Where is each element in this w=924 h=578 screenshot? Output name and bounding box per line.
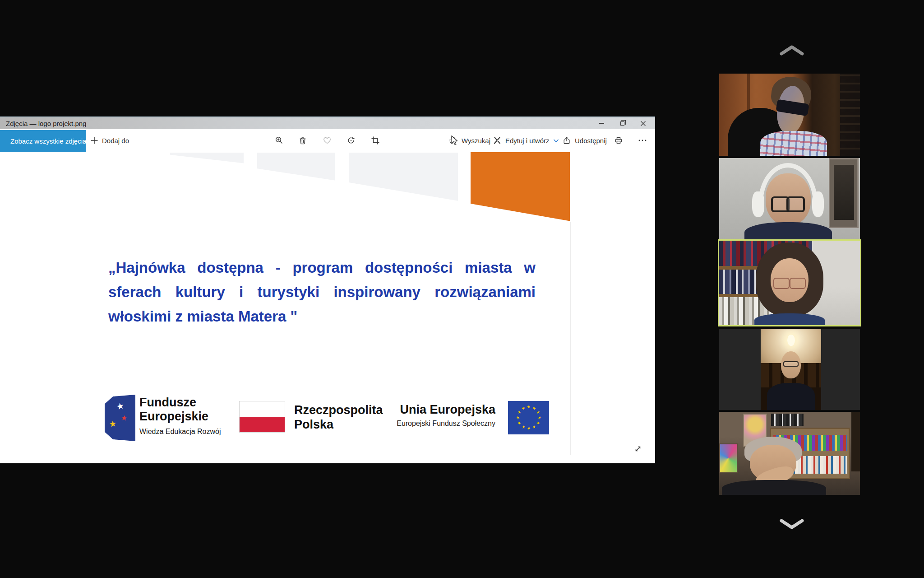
share-icon [562,136,571,145]
slide-title-line-2: sferach kultury i turystyki inspirowany … [108,280,536,304]
rotate-icon [346,136,356,145]
eyeglasses [783,361,799,367]
gray-haired-man [728,437,821,495]
navy-sweater-torso [744,222,832,239]
eyeglasses [773,278,805,287]
fe-star-red-icon [120,414,128,422]
edit-create-button[interactable]: Edytuj i utwórz [493,129,559,152]
blue-top-torso [754,313,825,326]
rotate-button[interactable] [343,129,359,152]
search-label: Wyszukaj [462,137,490,144]
person-with-sunglasses [762,77,823,156]
participant-video-5[interactable] [719,412,860,495]
favorite-button[interactable] [319,129,335,152]
portrait-video-frame [761,329,821,410]
close-button[interactable] [633,117,653,129]
pl-line-1: Rzeczpospolita [294,403,383,417]
dark-shirt-torso [722,480,826,495]
eu-line-1: Unia Europejska [387,403,495,416]
rzeczpospolita-polska-wordmark: Rzeczpospolita Polska [294,403,383,432]
close-icon [640,121,646,126]
slide-title-line-3: włoskimi z miasta Matera " [108,304,536,329]
headphone-earcup-right [812,191,824,217]
dark-shelf-column [851,412,860,471]
room-window [829,158,859,228]
striped-book-stack [771,414,804,426]
window-pane [834,165,854,220]
zoom-button[interactable] [271,129,287,152]
chevron-down-icon [553,138,559,143]
minimize-button[interactable] [591,117,612,129]
more-options-button[interactable] [634,129,651,152]
edit-create-label: Edytuj i utwórz [505,137,550,144]
see-all-photos-button[interactable]: Zobacz wszystkie zdjęcia [0,130,86,152]
see-all-photos-label: Zobacz wszystkie zdjęcia [10,137,86,145]
expand-diagonal-icon [633,444,643,454]
participant-video-2[interactable] [719,158,860,239]
fullscreen-button[interactable] [633,443,643,454]
share-label: Udostępnij [575,137,607,144]
photo-right-edge [570,222,571,455]
slide-decoration-gray-2 [257,153,335,182]
person-with-headphones [753,162,823,239]
restore-button[interactable] [612,117,633,129]
slide-decoration-orange [471,152,570,222]
slide-decoration-gray-1 [170,153,244,166]
ceiling-lamp [787,335,795,346]
participant-5-scene [719,412,860,495]
restore-icon [620,121,624,126]
print-button[interactable] [610,129,627,152]
crop-button[interactable] [367,129,383,152]
photo-viewer-canvas: „Hajnówka dostępna - program dostępności… [0,152,655,463]
add-to-label: Dodaj do [102,137,129,144]
unia-europejska-wordmark: Unia Europejska Europejski Fundusz Społe… [387,403,495,428]
scroll-participants-up-button[interactable] [779,43,805,57]
eu-subtitle: Europejski Fundusz Społeczny [387,420,495,428]
crop-icon [371,136,380,145]
pl-line-2: Polska [294,417,383,432]
participant-1-scene [719,74,860,156]
headphone-earcup-left [752,191,764,217]
eyeglasses [771,196,805,209]
participant-2-scene [719,158,860,239]
ellipsis-icon [638,136,647,145]
fe-star-white-icon [116,401,125,411]
fe-line-2: Europejskie [139,410,221,424]
fe-line-1: Fundusze [139,396,221,410]
participant-3-scene [719,241,860,325]
window-controls [591,117,653,130]
dark-bookshelf-background [840,74,860,156]
magnifier-plus-icon [275,136,284,145]
trash-icon [298,136,307,145]
heart-icon [323,136,332,145]
chevron-down-icon [779,518,805,531]
add-to-button[interactable]: Dodaj do [90,129,129,152]
bald-man-with-glasses [770,351,811,410]
printer-icon [614,136,623,145]
slide-decoration-gray-3 [349,153,458,202]
poland-flag [239,401,285,433]
scroll-participants-down-button[interactable] [779,517,805,531]
participant-video-1[interactable] [719,74,860,156]
delete-button[interactable] [295,129,311,152]
slide-title: „Hajnówka dostępna - program dostępności… [108,256,536,329]
meeting-screen: { "window": { "title": "Zdjęcia — logo p… [0,0,924,578]
participant-video-3-active-speaker[interactable] [718,239,861,326]
photos-toolbar: Zobacz wszystkie zdjęcia Dodaj do [0,129,655,152]
plus-icon [90,136,98,144]
window-titlebar[interactable]: Zdjęcia — logo projekt.png [0,117,655,129]
crossed-pencils-icon [493,136,502,145]
fe-subtitle: Wiedza Edukacja Rozwój [139,428,221,436]
window-title: Zdjęcia — logo projekt.png [0,120,86,127]
participant-video-4[interactable] [719,329,860,410]
dark-shirt-torso [767,383,815,410]
fundusze-europejskie-flag-logo [105,395,135,441]
chevron-up-icon [779,44,805,56]
plaid-shirt [760,131,827,156]
share-button[interactable]: Udostępnij [562,129,607,152]
fe-star-yellow-icon [109,420,117,429]
fundusze-europejskie-wordmark: Fundusze Europejskie Wiedza Edukacja Roz… [139,396,221,436]
minimize-icon [599,123,604,124]
photos-app-window: Zdjęcia — logo projekt.png Zob [0,117,655,463]
slide-title-line-1: „Hajnówka dostępna - program dostępności… [108,256,536,280]
